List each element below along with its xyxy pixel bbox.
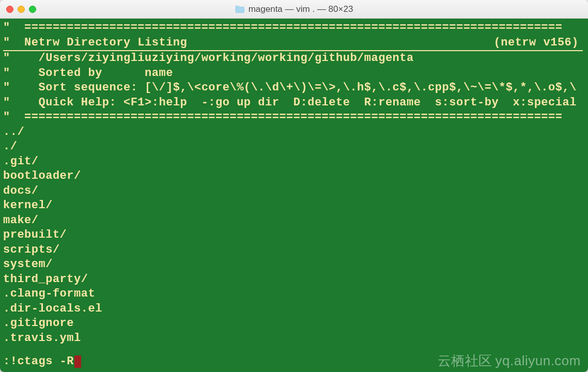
traffic-lights	[0, 6, 36, 13]
list-item[interactable]: ./	[3, 140, 585, 154]
list-item[interactable]: system/	[3, 257, 585, 272]
netrw-header-left: " Netrw Directory Listing	[3, 36, 187, 49]
watermark: 云栖社区yq.aliyun.com	[438, 353, 581, 368]
list-item[interactable]: ../	[3, 125, 585, 140]
netrw-separator-bottom: " ======================================…	[3, 110, 585, 125]
terminal-content[interactable]: " ======================================…	[0, 19, 588, 372]
close-button[interactable]	[6, 6, 13, 13]
list-item[interactable]: scripts/	[3, 243, 585, 258]
list-item[interactable]: bootloader/	[3, 169, 585, 184]
list-item[interactable]: .travis.yml	[3, 331, 585, 346]
watermark-url: yq.aliyun.com	[496, 353, 581, 368]
titlebar[interactable]: magenta — vim . — 80×23	[0, 0, 588, 19]
netrw-header-right: (netrw v156)	[494, 36, 583, 51]
cursor	[74, 355, 81, 368]
command-line[interactable]: :!ctags -R	[3, 354, 81, 369]
list-item[interactable]: .dir-locals.el	[3, 302, 585, 317]
list-item[interactable]: .gitignore	[3, 316, 585, 331]
list-item[interactable]: .clang-format	[3, 287, 585, 302]
terminal-window: magenta — vim . — 80×23 " ==============…	[0, 0, 588, 372]
netrw-sort-sequence: " Sort sequence: [\/]$,\<core\%(\.\d\+\)…	[3, 81, 585, 96]
window-title-text: magenta — vim . — 80×23	[249, 4, 353, 14]
list-item[interactable]: make/	[3, 213, 585, 228]
netrw-quick-help: " Quick Help: <F1>:help -:go up dir D:de…	[3, 96, 585, 111]
list-item[interactable]: third_party/	[3, 272, 585, 287]
maximize-button[interactable]	[29, 6, 36, 13]
netrw-separator-top: " ======================================…	[3, 21, 585, 36]
list-item[interactable]: docs/	[3, 184, 585, 199]
list-item[interactable]: prebuilt/	[3, 228, 585, 243]
folder-icon	[235, 6, 244, 13]
list-item[interactable]: .git/	[3, 154, 585, 169]
netrw-sorted-by: " Sorted by name	[3, 66, 585, 81]
list-item[interactable]: kernel/	[3, 198, 585, 213]
netrw-path: " /Users/ziyingliuziying/working/working…	[3, 51, 585, 66]
window-title: magenta — vim . — 80×23	[235, 4, 353, 14]
netrw-header: " Netrw Directory Listing(netrw v156)	[3, 36, 583, 52]
minimize-button[interactable]	[18, 6, 25, 13]
command-text: :!ctags -R	[3, 354, 74, 369]
watermark-cn: 云栖社区	[438, 353, 492, 368]
